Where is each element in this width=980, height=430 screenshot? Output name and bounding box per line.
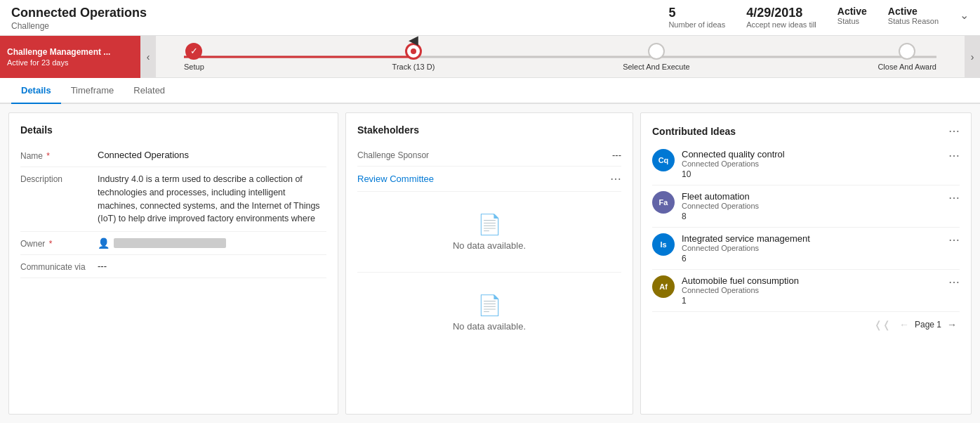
stakeholders-card-title: Stakeholders [357,124,621,136]
no-data-icon-2: 📄 [477,294,502,317]
step-label-select: Select And Execute [623,63,689,71]
step-circle-setup: ✓ [185,43,202,60]
header-left: Connected Operations Challenge [11,6,147,31]
sponsor-label: Challenge Sponsor [357,150,429,160]
date-label: Accept new ideas till [746,20,816,29]
step-select: Select And Execute [623,43,689,71]
idea-org: Connected Operations [682,159,941,168]
field-value-communicate: --- [98,261,326,271]
idea-info: Connected quality control Connected Oper… [682,149,941,179]
challenge-badge-sub: Active for 23 days [7,58,133,67]
step-circle-close [899,43,915,60]
idea-name: Fleet automation [682,191,941,202]
step-label-close: Close And Award [878,63,936,71]
field-value-name: Connected Operations [98,150,326,160]
idea-more-icon[interactable]: ⋯ [948,191,960,204]
idea-name: Connected quality control [682,149,941,159]
idea-more-icon[interactable]: ⋯ [948,275,960,289]
idea-info: Automobile fuel consumption Connected Op… [682,275,941,306]
tab-details[interactable]: Details [11,78,61,104]
stat-status-reason: Active Status Reason [888,6,939,25]
idea-row: Cq Connected quality control Connected O… [652,143,960,185]
idea-more-icon[interactable]: ⋯ [948,233,960,247]
header-chevron-icon[interactable]: ⌄ [960,8,969,22]
stat-date: 4/29/2018 Accept new ideas till [746,6,816,29]
no-data-icon-1: 📄 [477,213,502,236]
page-title: Connected Operations [11,6,147,20]
owner-required-star: * [49,239,53,249]
idea-info: Fleet automation Connected Operations 8 [682,191,941,221]
stat-status: Active Status [837,6,867,25]
main-content: Details Name * Connected Operations Desc… [0,104,980,423]
status-reason-label: Status Reason [888,17,939,25]
tabs-bar: Details Timeframe Related [0,78,980,104]
field-label-communicate: Communicate via [20,261,98,272]
nav-arrow-left[interactable]: ‹ [140,36,156,78]
field-label-description: Description [20,173,98,184]
idea-row: Af Automobile fuel consumption Connected… [652,270,960,312]
idea-avatar: Fa [652,191,675,214]
pagination-prev-button[interactable]: ← [896,318,912,332]
challenge-badge-title: Challenge Management ... [7,47,133,57]
progress-track: ✓ Setup ◀ Track (13 D) Select And Execut… [156,36,965,78]
step-close: Close And Award [878,43,936,71]
step-label-setup: Setup [184,63,204,71]
no-data-text-2: No data available. [453,321,526,332]
idea-row: Fa Fleet automation Connected Operations… [652,185,960,228]
pagination-first-button[interactable]: ❬❬ [871,318,894,332]
owner-name-blurred [114,238,226,248]
idea-name: Automobile fuel consumption [682,275,941,286]
page-subtitle: Challenge [11,21,147,31]
field-value-owner: 👤 [98,237,326,249]
field-label-name: Name * [20,150,98,161]
review-committee-label: Review Committee [357,174,434,184]
step-track: ◀ Track (13 D) [392,43,435,71]
pagination-label: Page 1 [915,320,941,330]
stat-ideas: 5 Number of ideas [668,6,725,29]
sponsor-value: --- [612,150,621,160]
nav-arrow-right[interactable]: › [965,36,980,78]
date-value: 4/29/2018 [746,6,802,20]
idea-count: 6 [682,254,941,263]
challenge-badge[interactable]: Challenge Management ... Active for 23 d… [0,36,140,78]
idea-avatar: Cq [652,149,675,171]
ideas-label: Number of ideas [668,20,725,29]
step-circle-track: ◀ [405,43,422,60]
idea-more-icon[interactable]: ⋯ [948,149,960,162]
progress-section: Challenge Management ... Active for 23 d… [0,36,980,78]
idea-row: Is Integrated service management Connect… [652,228,960,270]
page-header: Connected Operations Challenge 5 Number … [0,0,980,36]
field-value-description: Industry 4.0 is a term used to describe … [98,173,326,226]
details-card-title: Details [20,124,326,136]
steps-container: ✓ Setup ◀ Track (13 D) Select And Execut… [184,43,936,71]
field-row-communicate: Communicate via --- [20,255,326,278]
field-label-owner: Owner * [20,237,98,249]
ideas-more-icon[interactable]: ⋯ [948,124,960,138]
ideas-card-title: Contributed Ideas [652,126,736,137]
step-label-track: Track (13 D) [392,63,435,71]
pagination-next-button[interactable]: → [944,318,960,332]
status-value: Active [837,6,867,17]
tab-timeframe[interactable]: Timeframe [61,78,124,104]
idea-info: Integrated service management Connected … [682,233,941,263]
name-required-star: * [46,151,50,161]
step-setup: ✓ Setup [184,43,204,71]
header-right: 5 Number of ideas 4/29/2018 Accept new i… [668,6,969,29]
sponsor-row: Challenge Sponsor --- [357,144,621,167]
idea-count: 8 [682,211,941,221]
no-data-committee: 📄 No data available. [357,192,621,272]
idea-count: 10 [682,169,941,179]
review-committee-more-icon[interactable]: ⋯ [610,172,621,185]
idea-org: Connected Operations [682,286,941,294]
pagination: ❬❬ ← Page 1 → [652,312,960,332]
tab-related[interactable]: Related [124,78,175,104]
field-row-description: Description Industry 4.0 is a term used … [20,167,326,232]
ideas-list: Cq Connected quality control Connected O… [652,143,960,312]
idea-org: Connected Operations [682,244,941,252]
no-data-text-1: No data available. [453,240,526,251]
status-label: Status [837,17,859,25]
field-row-name: Name * Connected Operations [20,144,326,167]
idea-avatar: Af [652,275,675,298]
status-reason-value: Active [888,6,918,17]
idea-name: Integrated service management [682,233,941,244]
